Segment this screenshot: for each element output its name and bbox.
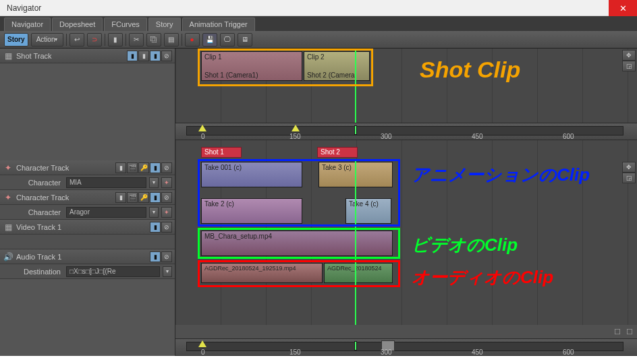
audio-clip-2[interactable]: AGDRec_20180524	[324, 263, 393, 283]
track-btn-b[interactable]: ▮	[138, 51, 149, 61]
checkbox-row: ☐ ☐	[175, 325, 637, 338]
char1-dd[interactable]: ▾	[149, 177, 159, 188]
playhead-line-lower[interactable]	[355, 160, 356, 325]
char1-character-row: Character MIA ▾ ✦	[0, 175, 175, 190]
char1-btn-m[interactable]: ▮	[150, 162, 161, 173]
char-track-2-header[interactable]: ✦ Character Track ▮ 🎬 🔑 ▮ ⊘	[0, 190, 175, 205]
tab-dopesheet[interactable]: Dopesheet	[52, 18, 103, 31]
video-clip-1[interactable]: MB_Chara_setup.mp4	[201, 231, 393, 256]
clapper-icon[interactable]: ▮	[108, 33, 123, 47]
char1-btn-d[interactable]: ⊘	[161, 162, 172, 173]
story-mode-button[interactable]: Story	[4, 33, 28, 47]
playhead-line[interactable]	[355, 49, 356, 123]
fit-icon[interactable]: ✥	[622, 50, 636, 61]
window-titlebar: Navigator ✕	[0, 0, 637, 16]
cut-icon[interactable]: ✂	[129, 33, 144, 47]
shot-track-label: Shot Track	[16, 52, 124, 60]
fit-icon-lower[interactable]: ✥	[622, 162, 636, 173]
ruler-start-handle[interactable]	[198, 125, 206, 131]
vid-btn-m[interactable]: ▮	[150, 222, 161, 233]
ruler-bottom[interactable]: 0 150 300 450 600	[175, 338, 637, 356]
shot-tab-2[interactable]: Shot 2	[317, 147, 358, 158]
ruler2-start-handle[interactable]	[198, 340, 206, 347]
film-icon: ▦	[3, 51, 13, 61]
track-btn-c[interactable]: ▮	[150, 51, 161, 61]
ruler2-playhead[interactable]	[354, 341, 357, 351]
char2-btn-m[interactable]: ▮	[150, 192, 161, 203]
char2-clip-2[interactable]: Take 4 (c)	[345, 198, 391, 224]
tab-navigator[interactable]: Navigator	[4, 18, 51, 31]
char2-pose-icon[interactable]: ✦	[161, 207, 172, 218]
char2-character-field[interactable]: Aragor	[66, 207, 146, 218]
copy-icon[interactable]: ⿻	[146, 33, 161, 47]
audio-track-header[interactable]: 🔊 Audio Track 1 ▮ ⊘	[0, 249, 175, 264]
scroll-buttons-lower: ✥ ◲	[622, 162, 633, 183]
char1-btn-g[interactable]: ▮	[115, 162, 126, 173]
window-title: Navigator	[7, 3, 41, 13]
paste-icon[interactable]: ▤	[164, 33, 179, 47]
window-close-button[interactable]: ✕	[609, 0, 637, 16]
ruler-end-handle[interactable]	[292, 125, 300, 131]
person-icon: ✦	[3, 192, 13, 203]
tab-bar: Navigator Dopesheet FCurves Story Animat…	[0, 16, 637, 31]
audio-destination-row: Destination □X□s□[□J□[(Re ▾	[0, 264, 175, 279]
shot-tab-1[interactable]: Shot 1	[201, 147, 242, 158]
checkbox-2[interactable]: ☐	[626, 328, 633, 336]
char1-clip-1[interactable]: Take 001 (c)	[201, 162, 302, 187]
ruler-top[interactable]: 0 150 300 450 600	[175, 123, 637, 140]
toolbar: Story Action ▾ ↩ ⊃ ▮ ✂ ⿻ ▤ ● 💾 🖵 🖥	[0, 31, 637, 49]
audio-destination-field[interactable]: □X□s□[□J□[(Re	[66, 266, 160, 277]
save-icon[interactable]: 💾	[202, 33, 217, 47]
char2-btn-k[interactable]: 🔑	[138, 192, 149, 203]
film-strip-icon: ▦	[3, 222, 13, 233]
shot-track-header[interactable]: ▦ Shot Track ▮ ▮ ▮ ⊘	[0, 49, 175, 63]
speaker-icon: 🔊	[3, 251, 13, 262]
char1-character-field[interactable]: MIA	[66, 177, 146, 188]
char2-clip-1[interactable]: Take 2 (c)	[201, 198, 302, 224]
aud-dd[interactable]: ▾	[163, 266, 172, 277]
char1-pose-icon[interactable]: ✦	[161, 177, 172, 188]
display-icon[interactable]: 🖥	[238, 33, 252, 47]
shot-clip-2[interactable]: Clip 2 Shot 2 (Camera	[304, 51, 370, 81]
char2-btn-g[interactable]: ▮	[115, 192, 126, 203]
zoom-icon[interactable]: ◲	[622, 61, 636, 71]
track-btn-a[interactable]: ▮	[127, 51, 138, 61]
char1-btn-c[interactable]: 🎬	[127, 162, 138, 173]
video-track-header[interactable]: ▦ Video Track 1 ▮ ⊘	[0, 220, 175, 235]
tab-animation-trigger[interactable]: Animation Trigger	[182, 18, 255, 31]
person-icon: ✦	[3, 162, 13, 173]
audio-clip-1[interactable]: AGDRec_20180524_192519.mp4	[201, 263, 323, 283]
vid-btn-d[interactable]: ⊘	[161, 222, 172, 233]
char2-character-row: Character Aragor ▾ ✦	[0, 205, 175, 220]
zoom-icon-lower[interactable]: ◲	[622, 173, 636, 183]
aud-btn-m[interactable]: ▮	[150, 251, 161, 262]
monitor-icon[interactable]: 🖵	[220, 33, 235, 47]
char2-btn-d[interactable]: ⊘	[161, 192, 172, 203]
tab-story[interactable]: Story	[148, 18, 181, 31]
arrow-left-icon[interactable]: ↩	[70, 33, 84, 47]
track-btn-d[interactable]: ⊘	[161, 51, 172, 61]
char1-btn-k[interactable]: 🔑	[138, 162, 149, 173]
char2-dd[interactable]: ▾	[149, 207, 159, 218]
magnet-icon[interactable]: ⊃	[87, 33, 102, 47]
tab-fcurves[interactable]: FCurves	[104, 18, 147, 31]
checkbox-1[interactable]: ☐	[614, 328, 621, 336]
ruler-playhead[interactable]	[354, 125, 357, 135]
action-mode-button[interactable]: Action ▾	[31, 33, 63, 47]
shot-clip-1[interactable]: Clip 1 Shot 1 (Camera1)	[201, 51, 302, 81]
char-track-1-header[interactable]: ✦ Character Track ▮ 🎬 🔑 ▮ ⊘	[0, 160, 175, 175]
scroll-buttons: ✥ ◲	[622, 50, 633, 71]
char2-btn-c[interactable]: 🎬	[127, 192, 138, 203]
aud-btn-d[interactable]: ⊘	[161, 251, 172, 262]
record-icon[interactable]: ●	[185, 33, 200, 47]
